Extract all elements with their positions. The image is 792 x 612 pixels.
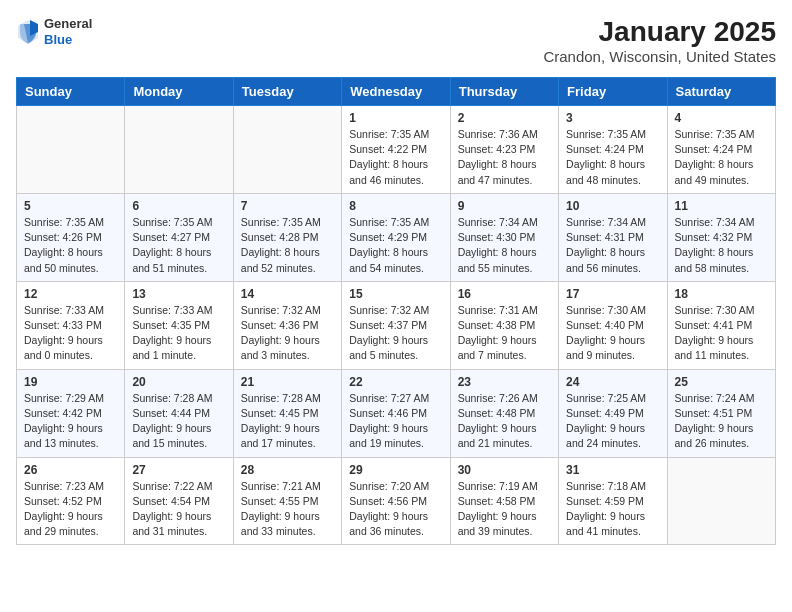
calendar-table: SundayMondayTuesdayWednesdayThursdayFrid… <box>16 77 776 545</box>
calendar-header-tuesday: Tuesday <box>233 78 341 106</box>
calendar-header-thursday: Thursday <box>450 78 558 106</box>
day-number: 24 <box>566 375 659 389</box>
day-info: Sunrise: 7:28 AMSunset: 4:45 PMDaylight:… <box>241 391 334 452</box>
calendar-header-sunday: Sunday <box>17 78 125 106</box>
calendar-cell <box>667 457 775 545</box>
calendar-cell: 22Sunrise: 7:27 AMSunset: 4:46 PMDayligh… <box>342 369 450 457</box>
day-info: Sunrise: 7:35 AMSunset: 4:27 PMDaylight:… <box>132 215 225 276</box>
day-info: Sunrise: 7:35 AMSunset: 4:28 PMDaylight:… <box>241 215 334 276</box>
page-subtitle: Crandon, Wisconsin, United States <box>543 48 776 65</box>
logo-icon <box>16 18 40 46</box>
day-info: Sunrise: 7:36 AMSunset: 4:23 PMDaylight:… <box>458 127 551 188</box>
calendar-cell: 28Sunrise: 7:21 AMSunset: 4:55 PMDayligh… <box>233 457 341 545</box>
day-number: 8 <box>349 199 442 213</box>
day-number: 17 <box>566 287 659 301</box>
calendar-week-row: 26Sunrise: 7:23 AMSunset: 4:52 PMDayligh… <box>17 457 776 545</box>
calendar-cell: 27Sunrise: 7:22 AMSunset: 4:54 PMDayligh… <box>125 457 233 545</box>
day-number: 1 <box>349 111 442 125</box>
logo-blue: Blue <box>44 32 92 48</box>
calendar-cell: 11Sunrise: 7:34 AMSunset: 4:32 PMDayligh… <box>667 193 775 281</box>
calendar-cell: 10Sunrise: 7:34 AMSunset: 4:31 PMDayligh… <box>559 193 667 281</box>
day-number: 2 <box>458 111 551 125</box>
day-number: 7 <box>241 199 334 213</box>
day-info: Sunrise: 7:30 AMSunset: 4:40 PMDaylight:… <box>566 303 659 364</box>
calendar-week-row: 1Sunrise: 7:35 AMSunset: 4:22 PMDaylight… <box>17 106 776 194</box>
calendar-cell: 14Sunrise: 7:32 AMSunset: 4:36 PMDayligh… <box>233 281 341 369</box>
day-number: 20 <box>132 375 225 389</box>
calendar-cell: 2Sunrise: 7:36 AMSunset: 4:23 PMDaylight… <box>450 106 558 194</box>
calendar-cell: 20Sunrise: 7:28 AMSunset: 4:44 PMDayligh… <box>125 369 233 457</box>
day-number: 13 <box>132 287 225 301</box>
day-info: Sunrise: 7:22 AMSunset: 4:54 PMDaylight:… <box>132 479 225 540</box>
calendar-cell: 18Sunrise: 7:30 AMSunset: 4:41 PMDayligh… <box>667 281 775 369</box>
day-info: Sunrise: 7:35 AMSunset: 4:24 PMDaylight:… <box>566 127 659 188</box>
calendar-cell: 16Sunrise: 7:31 AMSunset: 4:38 PMDayligh… <box>450 281 558 369</box>
calendar-header-monday: Monday <box>125 78 233 106</box>
day-info: Sunrise: 7:27 AMSunset: 4:46 PMDaylight:… <box>349 391 442 452</box>
day-info: Sunrise: 7:21 AMSunset: 4:55 PMDaylight:… <box>241 479 334 540</box>
calendar-cell: 9Sunrise: 7:34 AMSunset: 4:30 PMDaylight… <box>450 193 558 281</box>
day-number: 19 <box>24 375 117 389</box>
calendar-cell: 25Sunrise: 7:24 AMSunset: 4:51 PMDayligh… <box>667 369 775 457</box>
calendar-header-saturday: Saturday <box>667 78 775 106</box>
day-info: Sunrise: 7:35 AMSunset: 4:29 PMDaylight:… <box>349 215 442 276</box>
calendar-cell: 15Sunrise: 7:32 AMSunset: 4:37 PMDayligh… <box>342 281 450 369</box>
day-number: 31 <box>566 463 659 477</box>
calendar-cell: 6Sunrise: 7:35 AMSunset: 4:27 PMDaylight… <box>125 193 233 281</box>
day-number: 11 <box>675 199 768 213</box>
calendar-cell: 7Sunrise: 7:35 AMSunset: 4:28 PMDaylight… <box>233 193 341 281</box>
day-info: Sunrise: 7:35 AMSunset: 4:22 PMDaylight:… <box>349 127 442 188</box>
calendar-cell: 19Sunrise: 7:29 AMSunset: 4:42 PMDayligh… <box>17 369 125 457</box>
calendar-week-row: 19Sunrise: 7:29 AMSunset: 4:42 PMDayligh… <box>17 369 776 457</box>
day-info: Sunrise: 7:18 AMSunset: 4:59 PMDaylight:… <box>566 479 659 540</box>
day-number: 10 <box>566 199 659 213</box>
day-number: 28 <box>241 463 334 477</box>
day-number: 12 <box>24 287 117 301</box>
calendar-cell: 30Sunrise: 7:19 AMSunset: 4:58 PMDayligh… <box>450 457 558 545</box>
day-info: Sunrise: 7:34 AMSunset: 4:30 PMDaylight:… <box>458 215 551 276</box>
calendar-cell: 1Sunrise: 7:35 AMSunset: 4:22 PMDaylight… <box>342 106 450 194</box>
day-info: Sunrise: 7:31 AMSunset: 4:38 PMDaylight:… <box>458 303 551 364</box>
calendar-cell: 29Sunrise: 7:20 AMSunset: 4:56 PMDayligh… <box>342 457 450 545</box>
day-info: Sunrise: 7:29 AMSunset: 4:42 PMDaylight:… <box>24 391 117 452</box>
page-header: General Blue January 2025 Crandon, Wisco… <box>16 16 776 65</box>
day-info: Sunrise: 7:35 AMSunset: 4:26 PMDaylight:… <box>24 215 117 276</box>
logo: General Blue <box>16 16 92 47</box>
day-info: Sunrise: 7:35 AMSunset: 4:24 PMDaylight:… <box>675 127 768 188</box>
calendar-cell: 12Sunrise: 7:33 AMSunset: 4:33 PMDayligh… <box>17 281 125 369</box>
calendar-week-row: 5Sunrise: 7:35 AMSunset: 4:26 PMDaylight… <box>17 193 776 281</box>
day-number: 5 <box>24 199 117 213</box>
calendar-header-friday: Friday <box>559 78 667 106</box>
day-number: 16 <box>458 287 551 301</box>
calendar-cell: 21Sunrise: 7:28 AMSunset: 4:45 PMDayligh… <box>233 369 341 457</box>
calendar-cell <box>17 106 125 194</box>
day-info: Sunrise: 7:30 AMSunset: 4:41 PMDaylight:… <box>675 303 768 364</box>
day-info: Sunrise: 7:34 AMSunset: 4:31 PMDaylight:… <box>566 215 659 276</box>
day-number: 15 <box>349 287 442 301</box>
day-number: 4 <box>675 111 768 125</box>
day-info: Sunrise: 7:33 AMSunset: 4:33 PMDaylight:… <box>24 303 117 364</box>
day-info: Sunrise: 7:32 AMSunset: 4:37 PMDaylight:… <box>349 303 442 364</box>
calendar-cell: 3Sunrise: 7:35 AMSunset: 4:24 PMDaylight… <box>559 106 667 194</box>
calendar-cell: 24Sunrise: 7:25 AMSunset: 4:49 PMDayligh… <box>559 369 667 457</box>
day-info: Sunrise: 7:32 AMSunset: 4:36 PMDaylight:… <box>241 303 334 364</box>
calendar-cell <box>233 106 341 194</box>
day-number: 30 <box>458 463 551 477</box>
day-info: Sunrise: 7:19 AMSunset: 4:58 PMDaylight:… <box>458 479 551 540</box>
day-info: Sunrise: 7:34 AMSunset: 4:32 PMDaylight:… <box>675 215 768 276</box>
calendar-cell: 17Sunrise: 7:30 AMSunset: 4:40 PMDayligh… <box>559 281 667 369</box>
day-number: 6 <box>132 199 225 213</box>
day-number: 9 <box>458 199 551 213</box>
calendar-cell: 5Sunrise: 7:35 AMSunset: 4:26 PMDaylight… <box>17 193 125 281</box>
day-info: Sunrise: 7:28 AMSunset: 4:44 PMDaylight:… <box>132 391 225 452</box>
day-number: 14 <box>241 287 334 301</box>
calendar-cell: 26Sunrise: 7:23 AMSunset: 4:52 PMDayligh… <box>17 457 125 545</box>
calendar-header-wednesday: Wednesday <box>342 78 450 106</box>
day-number: 29 <box>349 463 442 477</box>
day-number: 27 <box>132 463 225 477</box>
day-info: Sunrise: 7:24 AMSunset: 4:51 PMDaylight:… <box>675 391 768 452</box>
calendar-cell: 4Sunrise: 7:35 AMSunset: 4:24 PMDaylight… <box>667 106 775 194</box>
day-number: 23 <box>458 375 551 389</box>
day-number: 3 <box>566 111 659 125</box>
day-info: Sunrise: 7:33 AMSunset: 4:35 PMDaylight:… <box>132 303 225 364</box>
